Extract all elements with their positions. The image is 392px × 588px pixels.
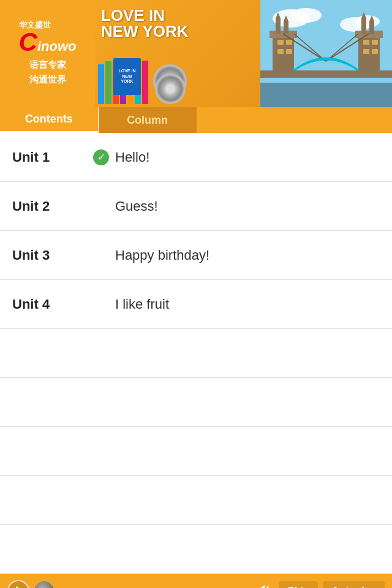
svg-rect-15 bbox=[361, 18, 366, 34]
unit-3-title: Happy birthday! bbox=[115, 247, 209, 263]
svg-rect-25 bbox=[277, 49, 284, 54]
svg-rect-28 bbox=[372, 40, 378, 45]
svg-rect-23 bbox=[277, 40, 284, 45]
empty-row-5 bbox=[0, 329, 392, 378]
empty-row-8 bbox=[0, 476, 392, 525]
volume-icon[interactable] bbox=[253, 581, 274, 589]
svg-rect-26 bbox=[286, 49, 292, 54]
unit-2-label: Unit 2 bbox=[12, 198, 92, 214]
empty-row-6 bbox=[0, 378, 392, 427]
content-list: Unit 1 ✓ Hello! Unit 2 Guess! Unit 3 Hap… bbox=[0, 133, 392, 574]
logo-c-letter: C bbox=[19, 29, 37, 55]
svg-rect-24 bbox=[286, 40, 292, 45]
unit-1-title: Hello! bbox=[115, 149, 149, 165]
unit-row-3[interactable]: Unit 3 Happy birthday! bbox=[0, 231, 392, 280]
skin-button[interactable]: Skin bbox=[279, 581, 318, 589]
unit-4-title: I like fruit bbox=[115, 296, 169, 312]
tab-contents[interactable]: Contents bbox=[0, 107, 98, 133]
banner-title-line2: NEW YORK bbox=[101, 23, 257, 39]
unit-row-2[interactable]: Unit 2 Guess! bbox=[0, 182, 392, 231]
svg-rect-30 bbox=[372, 49, 378, 54]
unit-1-check-icon: ✓ bbox=[92, 149, 110, 165]
empty-row-7 bbox=[0, 427, 392, 476]
play-icon bbox=[16, 586, 23, 589]
svg-rect-27 bbox=[363, 40, 369, 45]
nav-tabs: Contents Column bbox=[0, 107, 392, 133]
svg-marker-32 bbox=[260, 585, 265, 589]
unit-3-label: Unit 3 bbox=[12, 247, 92, 263]
svg-point-4 bbox=[355, 15, 380, 28]
header-banner: LOVE IN NEW YORK LOVE INNEWYOR bbox=[95, 0, 260, 107]
unit-4-label: Unit 4 bbox=[12, 296, 92, 312]
svg-rect-14 bbox=[355, 31, 383, 38]
empty-row-9 bbox=[0, 525, 392, 574]
player-bar: Skin Autoplay bbox=[0, 574, 392, 588]
play-button[interactable] bbox=[7, 580, 29, 589]
tower-bridge-photo bbox=[260, 0, 392, 107]
logo-tagline: 语言专家 沟通世界 bbox=[29, 58, 66, 87]
svg-rect-11 bbox=[284, 21, 288, 34]
unit-1-label: Unit 1 bbox=[12, 149, 92, 165]
logo-inowo-text: inowo bbox=[37, 39, 77, 55]
svg-rect-9 bbox=[276, 18, 281, 34]
tab-column[interactable]: Column bbox=[99, 107, 197, 133]
autoplay-button[interactable]: Autoplay bbox=[323, 581, 385, 589]
scrubber-knob[interactable] bbox=[34, 581, 54, 589]
header: 华文盛世 C inowo 语言专家 沟通世界 LOVE IN NEW YORK bbox=[0, 0, 392, 107]
svg-rect-5 bbox=[260, 83, 392, 107]
unit-row-4[interactable]: Unit 4 I like fruit bbox=[0, 280, 392, 329]
logo-brand: 华文盛世 C inowo bbox=[19, 20, 77, 56]
svg-rect-29 bbox=[363, 49, 369, 54]
unit-row-1[interactable]: Unit 1 ✓ Hello! bbox=[0, 133, 392, 182]
svg-rect-17 bbox=[369, 21, 374, 34]
svg-rect-6 bbox=[260, 70, 392, 78]
svg-point-2 bbox=[291, 8, 322, 23]
logo-section: 华文盛世 C inowo 语言专家 沟通世界 bbox=[0, 0, 95, 107]
unit-2-title: Guess! bbox=[115, 198, 158, 214]
banner-title-line1: LOVE IN bbox=[101, 7, 257, 23]
